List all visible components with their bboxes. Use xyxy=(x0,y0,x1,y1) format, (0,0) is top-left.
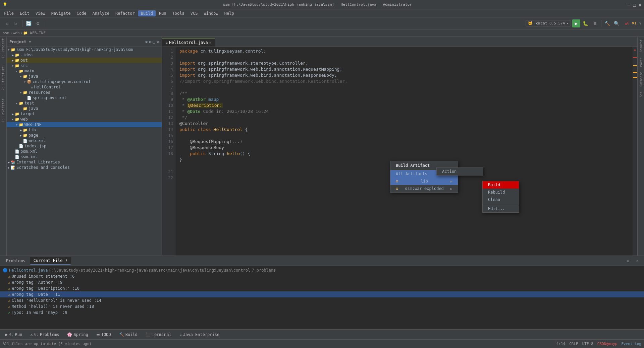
structure-tab[interactable]: 2: Structure xyxy=(1,66,5,90)
todo-action-btn[interactable]: ☰ TODO xyxy=(94,332,114,338)
breadcrumb-web[interactable]: web xyxy=(13,31,20,35)
breadcrumb-ssm[interactable]: ssm xyxy=(3,31,9,35)
problem-3[interactable]: ⚠ Wrong tag 'Description:' :10 xyxy=(0,285,644,291)
menu-refactor[interactable]: Refactor xyxy=(113,10,138,16)
coverage-button[interactable]: ⊞ xyxy=(591,19,599,27)
tree-ext-libs[interactable]: ▶ 📚 External Libraries xyxy=(7,159,162,165)
tree-ssm-iml[interactable]: 📄 ssm.iml xyxy=(7,154,162,159)
forward-btn[interactable]: ▷ xyxy=(12,19,20,27)
tree-java[interactable]: ▾ 📁 java xyxy=(7,74,162,79)
menu-vcs[interactable]: VCS xyxy=(188,10,201,16)
menu-build[interactable]: Build xyxy=(138,10,156,16)
editor-scrollbar[interactable]: ▲ xyxy=(633,47,637,256)
ctx-lib-item[interactable]: ⚙ lib ▶ xyxy=(390,178,458,185)
window-controls[interactable]: — □ ✕ xyxy=(628,2,641,7)
tree-page[interactable]: ▶ 📁 page xyxy=(7,133,162,138)
tree-lib[interactable]: ▶ 📁 lib xyxy=(7,127,162,133)
run-config-dropdown[interactable]: 🐱 Tomcat 8.5.574 ▾ xyxy=(526,20,571,26)
menu-navigate[interactable]: Navigate xyxy=(49,10,73,16)
build-btn[interactable]: 🔨 xyxy=(603,19,611,27)
sync-btn[interactable]: 🔄 xyxy=(24,19,33,27)
tree-scratches[interactable]: ▶ 📝 Scratches and Consoles xyxy=(7,165,162,170)
settings-btn[interactable]: ⚙ xyxy=(34,19,42,27)
problem-2[interactable]: ⚠ Wrong tag 'Author' :9 xyxy=(0,279,644,285)
ctx-edit-option[interactable]: Edit... xyxy=(483,205,519,212)
tree-src[interactable]: ▾ 📁 src xyxy=(7,63,162,68)
tab-close-btn[interactable]: ✕ xyxy=(209,41,211,45)
project-tab[interactable]: 1: Project xyxy=(1,38,5,58)
tree-idea[interactable]: ▶ 📁 .idea xyxy=(7,52,162,58)
sidebar-locate-btn[interactable]: ⊕ xyxy=(145,40,148,44)
tree-spring-mvc[interactable]: 📄 spring-mvc.xml xyxy=(7,95,162,100)
tree-web-xml[interactable]: 📄 web.xml xyxy=(7,138,162,143)
tree-webinf[interactable]: ▾ 📁 WEB-INF xyxy=(7,122,162,127)
ctx-rebuild-option[interactable]: Rebuild xyxy=(483,189,519,196)
problem-5[interactable]: ⚠ Class 'HellControl' is never used :14 xyxy=(0,297,644,303)
sidebar-gear-btn[interactable]: ⚙ xyxy=(149,40,151,44)
spring-action-btn[interactable]: 🌸 Spring xyxy=(64,332,91,338)
right-tab-maven[interactable]: Maven xyxy=(639,56,643,68)
problems-header-item[interactable]: 🔵 HellControl.java F:\JavaStudy\study202… xyxy=(0,267,644,273)
warning-indicator[interactable]: ⚑1 xyxy=(632,21,636,25)
menu-run[interactable]: Run xyxy=(156,10,169,16)
tab-hellcontrol[interactable]: ☕ HellControl.java ✕ xyxy=(162,38,215,47)
java-enterprise-action-btn[interactable]: ☕ Java Enterprise xyxy=(177,332,222,338)
editor-content[interactable]: 12345 678910 1112131415 161718 19 20 212… xyxy=(162,47,637,256)
tree-index-jsp[interactable]: 📄 index.jsp xyxy=(7,143,162,149)
tab-current-file[interactable]: Current File 7 xyxy=(30,257,71,265)
status-line-endings[interactable]: CRLF xyxy=(569,342,578,346)
status-event-log[interactable]: Event Log xyxy=(621,342,641,346)
tree-resources[interactable]: ▾ 📁 resources xyxy=(7,90,162,95)
problem-6[interactable]: ⚠ Method 'hello()' is never used :18 xyxy=(0,303,644,309)
menu-analyze[interactable]: Analyze xyxy=(90,10,112,16)
menu-view[interactable]: View xyxy=(33,10,48,16)
tree-main[interactable]: ▾ 📁 main xyxy=(7,68,162,74)
right-tab-request[interactable]: Request xyxy=(639,38,643,54)
tree-pkg[interactable]: ▾ 📦 cn.tulingxueyuan.control xyxy=(7,79,162,84)
menu-edit[interactable]: Edit xyxy=(17,10,32,16)
sidebar-expand-btn[interactable]: □ xyxy=(153,40,155,44)
problem-4[interactable]: ⚠ Wrong tag 'Date' :11 xyxy=(0,291,644,297)
problems-action-btn[interactable]: ⚠ 6: Problems xyxy=(28,332,62,338)
problem-7[interactable]: ✔ Typo: In word 'mayp' :9 xyxy=(0,309,644,316)
problem-1[interactable]: ⚠ Unused import statement :6 xyxy=(0,273,644,279)
status-encoding[interactable]: UTF-8 xyxy=(582,342,593,346)
breadcrumb-webinf[interactable]: 📁 WEB-INF xyxy=(23,31,46,35)
expand-indicator[interactable]: ∨ xyxy=(639,21,641,25)
run-action-btn[interactable]: ▶ 4: Run xyxy=(3,332,25,338)
right-tab-ant[interactable]: Ant xyxy=(639,90,643,98)
menu-code[interactable]: Code xyxy=(74,10,89,16)
bottom-settings-btn[interactable]: ⚙ xyxy=(624,257,632,265)
ctx-ssm-war[interactable]: ⚙ ssm:war exploded ▶ xyxy=(390,185,458,192)
tree-web[interactable]: ▾ 📁 web xyxy=(7,117,162,122)
tree-target[interactable]: ▶ 📁 target xyxy=(7,111,162,117)
ctx-build-option[interactable]: Build xyxy=(483,181,519,189)
sidebar-close-btn[interactable]: ✕ xyxy=(157,40,159,44)
menu-help[interactable]: Help xyxy=(222,10,237,16)
build-action-btn[interactable]: 🔨 Build xyxy=(116,332,140,338)
menu-window[interactable]: Window xyxy=(201,10,221,16)
favorites-tab[interactable]: 2: Favorites xyxy=(1,98,5,123)
minimize-btn[interactable]: — xyxy=(628,2,630,7)
close-btn[interactable]: ✕ xyxy=(639,2,641,7)
tree-test[interactable]: ▾ 📁 test xyxy=(7,100,162,106)
search-btn[interactable]: 🔍 xyxy=(613,19,621,27)
terminal-action-btn[interactable]: ⬛ Terminal xyxy=(143,332,174,338)
maximize-btn[interactable]: □ xyxy=(633,2,636,7)
tree-ssm[interactable]: ▾ 📁 ssm F:\JavaStudy\study2021\high-rank… xyxy=(7,47,162,52)
tab-problems[interactable]: Problems xyxy=(3,257,29,265)
run-button[interactable]: ▶ xyxy=(572,19,580,27)
code-area[interactable]: package cn.tulingxueyuan.control; import… xyxy=(175,47,633,256)
menu-file[interactable]: File xyxy=(1,10,16,16)
back-btn[interactable]: ◁ xyxy=(3,19,11,27)
menu-tools[interactable]: Tools xyxy=(170,10,187,16)
right-tab-database[interactable]: Database xyxy=(639,71,643,88)
ctx-clean-option[interactable]: Clean xyxy=(483,196,519,203)
tree-pom-xml[interactable]: 📄 pom.xml xyxy=(7,149,162,154)
ctx-action-label[interactable]: Action xyxy=(437,168,483,175)
debug-button[interactable]: 🐛 xyxy=(582,19,590,27)
status-position[interactable]: 4:14 xyxy=(556,342,566,346)
bottom-close-btn[interactable]: ✕ xyxy=(633,257,641,265)
error-indicator[interactable]: ▲6 xyxy=(625,21,629,25)
tree-out[interactable]: ▶ 📁 out xyxy=(7,58,162,63)
